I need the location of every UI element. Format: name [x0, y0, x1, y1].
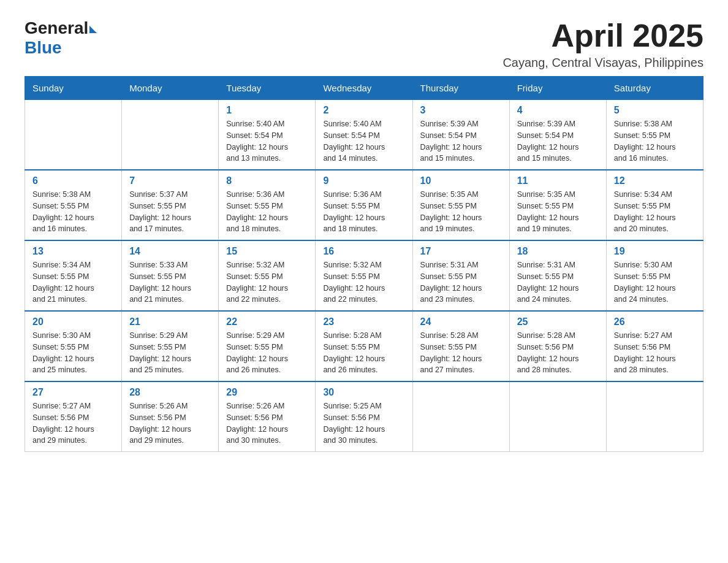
logo-triangle-icon	[89, 26, 97, 33]
day-info: Sunrise: 5:38 AM Sunset: 5:55 PM Dayligh…	[614, 118, 696, 164]
calendar-cell: 25Sunrise: 5:28 AM Sunset: 5:56 PM Dayli…	[509, 311, 606, 381]
day-number: 5	[614, 105, 696, 116]
day-info: Sunrise: 5:33 AM Sunset: 5:55 PM Dayligh…	[129, 259, 211, 305]
day-number: 28	[129, 387, 211, 398]
day-number: 22	[226, 316, 308, 327]
calendar-cell: 18Sunrise: 5:31 AM Sunset: 5:55 PM Dayli…	[509, 240, 606, 311]
page-header: General Blue April 2025 Cayang, Central …	[25, 18, 703, 70]
day-number: 30	[323, 387, 404, 398]
calendar-cell: 7Sunrise: 5:37 AM Sunset: 5:55 PM Daylig…	[122, 170, 219, 240]
day-number: 24	[420, 316, 502, 327]
calendar-cell: 19Sunrise: 5:30 AM Sunset: 5:55 PM Dayli…	[606, 240, 703, 311]
day-info: Sunrise: 5:34 AM Sunset: 5:55 PM Dayligh…	[614, 189, 696, 235]
calendar-cell: 15Sunrise: 5:32 AM Sunset: 5:55 PM Dayli…	[219, 240, 316, 311]
day-info: Sunrise: 5:25 AM Sunset: 5:56 PM Dayligh…	[323, 400, 404, 446]
calendar-cell: 11Sunrise: 5:35 AM Sunset: 5:55 PM Dayli…	[509, 170, 606, 240]
day-number: 7	[129, 175, 211, 186]
calendar-cell: 13Sunrise: 5:34 AM Sunset: 5:55 PM Dayli…	[25, 240, 122, 311]
week-row-2: 6Sunrise: 5:38 AM Sunset: 5:55 PM Daylig…	[25, 170, 703, 240]
weekday-header-row: SundayMondayTuesdayWednesdayThursdayFrid…	[25, 77, 703, 100]
day-info: Sunrise: 5:30 AM Sunset: 5:55 PM Dayligh…	[614, 259, 696, 305]
calendar-cell: 9Sunrise: 5:36 AM Sunset: 5:55 PM Daylig…	[316, 170, 412, 240]
calendar-cell: 28Sunrise: 5:26 AM Sunset: 5:56 PM Dayli…	[122, 381, 219, 452]
calendar-cell: 29Sunrise: 5:26 AM Sunset: 5:56 PM Dayli…	[219, 381, 316, 452]
day-info: Sunrise: 5:38 AM Sunset: 5:55 PM Dayligh…	[32, 189, 114, 235]
calendar-cell	[412, 381, 509, 452]
day-info: Sunrise: 5:37 AM Sunset: 5:55 PM Dayligh…	[129, 189, 211, 235]
day-number: 17	[420, 246, 502, 257]
day-info: Sunrise: 5:28 AM Sunset: 5:55 PM Dayligh…	[323, 330, 404, 376]
day-info: Sunrise: 5:27 AM Sunset: 5:56 PM Dayligh…	[32, 400, 114, 446]
day-number: 20	[32, 316, 114, 327]
weekday-header-saturday: Saturday	[606, 77, 703, 100]
day-number: 13	[32, 246, 114, 257]
day-info: Sunrise: 5:36 AM Sunset: 5:55 PM Dayligh…	[226, 189, 308, 235]
day-info: Sunrise: 5:29 AM Sunset: 5:55 PM Dayligh…	[226, 330, 308, 376]
weekday-header-sunday: Sunday	[25, 77, 122, 100]
day-number: 16	[323, 246, 404, 257]
week-row-1: 1Sunrise: 5:40 AM Sunset: 5:54 PM Daylig…	[25, 100, 703, 170]
day-number: 15	[226, 246, 308, 257]
day-info: Sunrise: 5:35 AM Sunset: 5:55 PM Dayligh…	[517, 189, 599, 235]
day-info: Sunrise: 5:26 AM Sunset: 5:56 PM Dayligh…	[129, 400, 211, 446]
calendar-cell: 23Sunrise: 5:28 AM Sunset: 5:55 PM Dayli…	[316, 311, 412, 381]
calendar-cell: 2Sunrise: 5:40 AM Sunset: 5:54 PM Daylig…	[316, 100, 412, 170]
calendar-cell	[25, 100, 122, 170]
day-number: 4	[517, 105, 599, 116]
day-number: 1	[226, 105, 308, 116]
calendar-cell: 27Sunrise: 5:27 AM Sunset: 5:56 PM Dayli…	[25, 381, 122, 452]
day-number: 9	[323, 175, 404, 186]
calendar-cell	[122, 100, 219, 170]
calendar-cell: 6Sunrise: 5:38 AM Sunset: 5:55 PM Daylig…	[25, 170, 122, 240]
calendar-cell: 4Sunrise: 5:39 AM Sunset: 5:54 PM Daylig…	[509, 100, 606, 170]
day-number: 6	[32, 175, 114, 186]
week-row-5: 27Sunrise: 5:27 AM Sunset: 5:56 PM Dayli…	[25, 381, 703, 452]
day-number: 21	[129, 316, 211, 327]
logo-blue: Blue	[25, 38, 62, 58]
calendar-cell: 17Sunrise: 5:31 AM Sunset: 5:55 PM Dayli…	[412, 240, 509, 311]
weekday-header-wednesday: Wednesday	[316, 77, 412, 100]
day-number: 11	[517, 175, 599, 186]
calendar-cell: 1Sunrise: 5:40 AM Sunset: 5:54 PM Daylig…	[219, 100, 316, 170]
day-number: 29	[226, 387, 308, 398]
location-title: Cayang, Central Visayas, Philippines	[502, 56, 703, 70]
day-number: 19	[614, 246, 696, 257]
day-info: Sunrise: 5:27 AM Sunset: 5:56 PM Dayligh…	[614, 330, 696, 376]
calendar-cell: 30Sunrise: 5:25 AM Sunset: 5:56 PM Dayli…	[316, 381, 412, 452]
calendar-cell: 14Sunrise: 5:33 AM Sunset: 5:55 PM Dayli…	[122, 240, 219, 311]
day-number: 23	[323, 316, 404, 327]
day-info: Sunrise: 5:29 AM Sunset: 5:55 PM Dayligh…	[129, 330, 211, 376]
calendar-cell: 21Sunrise: 5:29 AM Sunset: 5:55 PM Dayli…	[122, 311, 219, 381]
day-number: 27	[32, 387, 114, 398]
calendar-cell: 24Sunrise: 5:28 AM Sunset: 5:55 PM Dayli…	[412, 311, 509, 381]
calendar-cell: 16Sunrise: 5:32 AM Sunset: 5:55 PM Dayli…	[316, 240, 412, 311]
calendar-cell: 12Sunrise: 5:34 AM Sunset: 5:55 PM Dayli…	[606, 170, 703, 240]
calendar-cell: 22Sunrise: 5:29 AM Sunset: 5:55 PM Dayli…	[219, 311, 316, 381]
week-row-4: 20Sunrise: 5:30 AM Sunset: 5:55 PM Dayli…	[25, 311, 703, 381]
day-info: Sunrise: 5:32 AM Sunset: 5:55 PM Dayligh…	[323, 259, 404, 305]
title-section: April 2025 Cayang, Central Visayas, Phil…	[502, 18, 703, 70]
calendar-cell: 10Sunrise: 5:35 AM Sunset: 5:55 PM Dayli…	[412, 170, 509, 240]
day-number: 8	[226, 175, 308, 186]
day-info: Sunrise: 5:28 AM Sunset: 5:55 PM Dayligh…	[420, 330, 502, 376]
day-info: Sunrise: 5:32 AM Sunset: 5:55 PM Dayligh…	[226, 259, 308, 305]
day-number: 12	[614, 175, 696, 186]
day-info: Sunrise: 5:31 AM Sunset: 5:55 PM Dayligh…	[420, 259, 502, 305]
day-info: Sunrise: 5:39 AM Sunset: 5:54 PM Dayligh…	[420, 118, 502, 164]
calendar-table: SundayMondayTuesdayWednesdayThursdayFrid…	[25, 76, 703, 452]
calendar-cell: 8Sunrise: 5:36 AM Sunset: 5:55 PM Daylig…	[219, 170, 316, 240]
logo-general: General	[25, 18, 88, 38]
day-number: 26	[614, 316, 696, 327]
day-number: 14	[129, 246, 211, 257]
weekday-header-tuesday: Tuesday	[219, 77, 316, 100]
day-number: 10	[420, 175, 502, 186]
day-info: Sunrise: 5:35 AM Sunset: 5:55 PM Dayligh…	[420, 189, 502, 235]
calendar-cell: 3Sunrise: 5:39 AM Sunset: 5:54 PM Daylig…	[412, 100, 509, 170]
weekday-header-friday: Friday	[509, 77, 606, 100]
month-title: April 2025	[502, 18, 703, 53]
day-info: Sunrise: 5:26 AM Sunset: 5:56 PM Dayligh…	[226, 400, 308, 446]
weekday-header-thursday: Thursday	[412, 77, 509, 100]
day-info: Sunrise: 5:31 AM Sunset: 5:55 PM Dayligh…	[517, 259, 599, 305]
day-info: Sunrise: 5:34 AM Sunset: 5:55 PM Dayligh…	[32, 259, 114, 305]
day-number: 25	[517, 316, 599, 327]
